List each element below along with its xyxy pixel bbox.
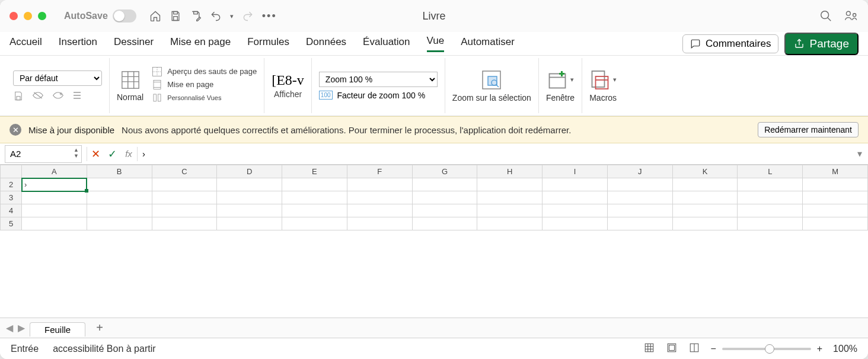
cell[interactable] [412,204,477,217]
cell[interactable] [803,191,868,204]
zoom-100-button[interactable]: 100 Facteur de zoom 100 % [319,91,438,100]
tab-donnees[interactable]: Données [306,36,346,52]
macros-dropdown-icon[interactable]: ▾ [613,76,617,84]
tab-evaluation[interactable]: Évaluation [363,36,410,52]
formula-cancel-button[interactable]: ✕ [87,148,104,161]
zoom-select[interactable]: Zoom 100 % [319,72,438,87]
zoom-out-button[interactable]: − [710,344,716,354]
cell[interactable] [738,191,803,204]
col-header-B[interactable]: B [87,165,152,178]
col-header-D[interactable]: D [217,165,282,178]
switch-user-icon[interactable] [844,9,859,23]
cell[interactable] [282,178,347,191]
formula-bar-expand-icon[interactable]: ▾ [851,148,868,159]
cell[interactable] [87,191,152,204]
cell[interactable] [477,204,542,217]
cell[interactable] [22,191,87,204]
cell[interactable] [542,178,608,191]
options-view-icon[interactable] [72,91,82,101]
autosave-toggle[interactable] [113,9,136,23]
col-header-L[interactable]: L [738,165,803,178]
row-header-4[interactable]: 4 [1,204,22,217]
formula-confirm-button[interactable]: ✓ [104,148,120,161]
sheet-nav-next-icon[interactable]: ▶ [18,322,25,334]
page-break-preview-button[interactable]: Aperçu des sauts de page [152,66,257,77]
spreadsheet-grid[interactable]: A B C D E F G H I J K L M 2 › 3 [0,165,868,318]
zoom-slider-thumb[interactable] [765,344,774,354]
new-view-icon[interactable] [52,91,64,101]
namebox-steppers[interactable]: ▲▼ [74,147,79,159]
normal-view-button[interactable]: Normal [117,70,143,102]
page-layout-button[interactable]: Mise en page [152,79,257,90]
cell[interactable] [477,217,542,230]
search-icon[interactable] [819,9,832,23]
sheet-nav-prev-icon[interactable]: ◀ [6,322,13,334]
cell[interactable] [477,191,542,204]
cell[interactable] [87,178,152,191]
col-header-E[interactable]: E [282,165,347,178]
cell[interactable] [607,191,672,204]
tab-automatiser[interactable]: Automatiser [461,36,515,52]
cell[interactable] [803,217,868,230]
custom-views-button[interactable]: Personnalisé Vues [152,92,257,103]
cell[interactable] [738,217,803,230]
tab-vue[interactable]: Vue [427,35,445,52]
add-sheet-button[interactable]: + [90,321,109,335]
col-header-I[interactable]: I [542,165,608,178]
sheet-view-select[interactable]: Par défaut [13,70,102,86]
cell[interactable] [412,178,477,191]
col-header-J[interactable]: J [607,165,672,178]
cell[interactable] [22,217,87,230]
cell[interactable] [217,204,282,217]
view-page-break-icon[interactable] [689,342,700,355]
comments-button[interactable]: Commentaires [682,34,779,53]
minimize-window-button[interactable] [24,12,32,20]
name-box[interactable]: A2 ▲▼ [5,145,82,163]
view-normal-icon[interactable] [644,342,655,355]
cell[interactable] [738,204,803,217]
cell[interactable] [347,217,412,230]
redo-icon[interactable] [242,10,254,22]
banner-restart-button[interactable]: Redémarrer maintenant [758,122,859,137]
insert-function-button[interactable]: fx [120,149,137,159]
col-header-K[interactable]: K [672,165,738,178]
cell[interactable] [217,217,282,230]
cell[interactable] [282,191,347,204]
zoom-percent-label[interactable]: 100% [833,344,857,354]
cell[interactable] [412,191,477,204]
zoom-to-selection-button[interactable]: Zoom sur la sélection [452,69,531,102]
window-dropdown-icon[interactable]: ▾ [570,76,574,84]
tab-dessiner[interactable]: Dessiner [114,36,154,52]
close-window-button[interactable] [9,12,18,20]
cell[interactable] [282,217,347,230]
save-edit-icon[interactable] [190,10,202,22]
cell[interactable] [542,217,608,230]
cell[interactable] [152,217,217,230]
cell[interactable] [672,178,738,191]
cell[interactable] [217,178,282,191]
zoom-slider[interactable]: − + [710,344,822,354]
cell[interactable] [412,217,477,230]
cell-A2[interactable]: › [22,178,87,191]
tab-formules[interactable]: Formules [247,36,289,52]
cell[interactable] [152,178,217,191]
cell[interactable] [87,204,152,217]
keep-view-icon[interactable] [13,91,24,101]
cell[interactable] [87,217,152,230]
cell[interactable] [542,191,608,204]
tab-accueil[interactable]: Accueil [9,36,42,52]
cell[interactable] [347,178,412,191]
banner-close-button[interactable]: ✕ [9,124,21,136]
col-header-M[interactable]: M [803,165,868,178]
home-icon[interactable] [149,10,161,22]
cell[interactable] [152,204,217,217]
share-button[interactable]: Partage [784,33,859,55]
col-header-C[interactable]: C [152,165,217,178]
zoom-slider-track[interactable] [722,348,811,350]
save-icon[interactable] [170,10,181,22]
cell[interactable] [738,178,803,191]
cell[interactable] [607,204,672,217]
select-all-corner[interactable] [1,165,22,178]
cell[interactable] [477,178,542,191]
cell[interactable] [347,204,412,217]
